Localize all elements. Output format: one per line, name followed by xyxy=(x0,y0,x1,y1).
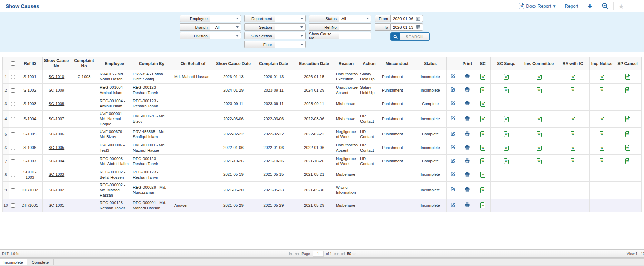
col-show-cause-date[interactable]: Show Cause Date xyxy=(214,57,253,70)
report-button[interactable]: Report xyxy=(565,3,578,9)
inq-notice-doc-link[interactable]: w xyxy=(600,158,604,164)
print-row-button[interactable] xyxy=(465,87,470,92)
sc-doc-link[interactable]: w xyxy=(480,202,485,208)
department-select[interactable] xyxy=(275,15,306,22)
sc-doc-link[interactable]: w xyxy=(480,101,485,107)
row-checkbox[interactable] xyxy=(11,117,15,121)
page-size-select[interactable]: 50 xyxy=(347,251,355,256)
row-checkbox[interactable] xyxy=(11,146,15,150)
show-cause-no-link[interactable]: SC-1009 xyxy=(49,88,64,92)
edit-row-button[interactable] xyxy=(450,187,455,192)
col-sc[interactable]: SC xyxy=(475,57,491,70)
section-select[interactable] xyxy=(275,23,306,31)
inv-committee-doc-link[interactable]: w xyxy=(537,158,542,164)
show-cause-no-link[interactable]: SC-1004 xyxy=(49,159,64,163)
sc-doc-link[interactable]: w xyxy=(480,74,485,80)
show-cause-no-link[interactable]: SC-1008 xyxy=(49,102,64,106)
col-misconduct[interactable]: Misconduct xyxy=(380,57,414,70)
col-complaint-no[interactable]: Complaint No xyxy=(70,57,98,70)
inv-committee-doc-link[interactable]: w xyxy=(537,87,542,93)
show-cause-no-link[interactable]: SC-1003 xyxy=(49,172,64,177)
print-row-button[interactable] xyxy=(465,172,470,177)
print-row-button[interactable] xyxy=(465,187,470,192)
to-date-field[interactable]: 2026-01-13 xyxy=(390,23,423,31)
row-checkbox[interactable] xyxy=(11,102,15,106)
edit-row-button[interactable] xyxy=(450,87,455,92)
show-cause-no-link[interactable]: SC-1007 xyxy=(49,117,64,121)
col-action[interactable]: Action xyxy=(358,57,380,70)
sp-cancel-doc-link[interactable]: w xyxy=(625,116,630,122)
ra-with-ic-doc-link[interactable]: w xyxy=(571,158,575,164)
inq-notice-doc-link[interactable]: w xyxy=(600,74,604,80)
inv-committee-doc-link[interactable]: w xyxy=(537,116,542,122)
sc-doc-link[interactable]: w xyxy=(480,131,485,137)
edit-row-button[interactable] xyxy=(450,131,455,136)
favorite-button[interactable]: ★ xyxy=(618,2,624,10)
inq-notice-doc-link[interactable]: w xyxy=(600,131,604,137)
row-checkbox[interactable] xyxy=(11,203,15,208)
edit-row-button[interactable] xyxy=(450,116,455,121)
col-execution-date[interactable]: Execution Date xyxy=(294,57,334,70)
col-employee[interactable]: Employee xyxy=(98,57,131,70)
sp-cancel-doc-link[interactable]: w xyxy=(625,131,630,137)
row-checkbox[interactable] xyxy=(11,188,15,192)
show-cause-no-input[interactable] xyxy=(341,34,369,38)
col-on-behalf-of[interactable]: On Behalf of xyxy=(172,57,214,70)
sc-doc-link[interactable]: w xyxy=(480,172,485,178)
ref-no-input[interactable] xyxy=(341,25,369,30)
col-complain-date[interactable]: Complain Date xyxy=(253,57,294,70)
inv-committee-doc-link[interactable]: w xyxy=(537,145,542,151)
ra-with-ic-doc-link[interactable]: w xyxy=(571,145,575,151)
print-row-button[interactable] xyxy=(465,158,470,163)
col-show-cause-no[interactable]: Show Cause No xyxy=(43,57,70,70)
inq-notice-doc-link[interactable]: w xyxy=(600,145,604,151)
select-all-checkbox[interactable] xyxy=(11,61,15,66)
col-inv-committee[interactable]: Inv. Committee xyxy=(522,57,556,70)
show-cause-no-link[interactable]: SC-1006 xyxy=(49,132,64,136)
row-checkbox[interactable] xyxy=(11,132,15,136)
show-cause-no-link[interactable]: SC-1010 xyxy=(49,75,64,79)
sc-susp-doc-link[interactable]: w xyxy=(504,116,509,122)
edit-row-button[interactable] xyxy=(450,74,455,78)
col-print[interactable]: Print xyxy=(459,57,475,70)
add-button[interactable]: + xyxy=(588,3,592,10)
row-checkbox[interactable] xyxy=(11,159,15,163)
ra-with-ic-doc-link[interactable]: w xyxy=(571,74,575,80)
tab-incomplete[interactable]: Incomplete xyxy=(0,259,27,265)
ra-with-ic-doc-link[interactable]: w xyxy=(571,87,575,93)
inq-notice-doc-link[interactable]: w xyxy=(600,87,604,93)
page-number-input[interactable] xyxy=(313,251,324,257)
sc-doc-link[interactable]: w xyxy=(480,116,485,122)
row-checkbox[interactable] xyxy=(11,173,15,177)
sub-section-select[interactable] xyxy=(275,32,306,39)
status-select[interactable]: All xyxy=(339,15,371,22)
sc-doc-link[interactable]: w xyxy=(480,187,485,193)
print-row-button[interactable] xyxy=(465,116,470,121)
sp-cancel-doc-link[interactable]: w xyxy=(625,74,630,80)
ra-with-ic-doc-link[interactable]: w xyxy=(571,131,575,137)
floor-select[interactable] xyxy=(275,41,306,48)
sc-doc-link[interactable]: w xyxy=(480,87,485,93)
print-row-button[interactable] xyxy=(465,145,470,150)
zoom-out-button[interactable] xyxy=(602,2,609,10)
edit-row-button[interactable] xyxy=(450,145,455,150)
col-complain-by[interactable]: Complain By xyxy=(131,57,172,70)
sc-doc-link[interactable]: w xyxy=(480,158,485,164)
sc-susp-doc-link[interactable]: w xyxy=(504,145,509,151)
sc-doc-link[interactable]: w xyxy=(480,145,485,151)
from-date-field[interactable]: 2020-01-06 xyxy=(390,15,423,22)
col-reason[interactable]: Reason xyxy=(334,57,358,70)
sp-cancel-doc-link[interactable]: w xyxy=(625,145,630,151)
col-sp-cancel[interactable]: SP Cancel xyxy=(614,57,642,70)
inq-notice-doc-link[interactable]: w xyxy=(600,116,604,122)
show-cause-no-link[interactable]: SC-1002 xyxy=(49,188,64,192)
print-row-button[interactable] xyxy=(465,202,470,207)
first-page-button[interactable]: ◀ xyxy=(289,252,292,255)
sp-cancel-doc-link[interactable]: w xyxy=(625,87,630,93)
edit-row-button[interactable] xyxy=(450,202,455,207)
show-cause-no-link[interactable]: SC-1005 xyxy=(49,145,64,150)
col-status[interactable]: Status xyxy=(414,57,447,70)
edit-row-button[interactable] xyxy=(450,172,455,177)
ra-with-ic-doc-link[interactable]: w xyxy=(571,116,575,122)
edit-row-button[interactable] xyxy=(450,158,455,163)
